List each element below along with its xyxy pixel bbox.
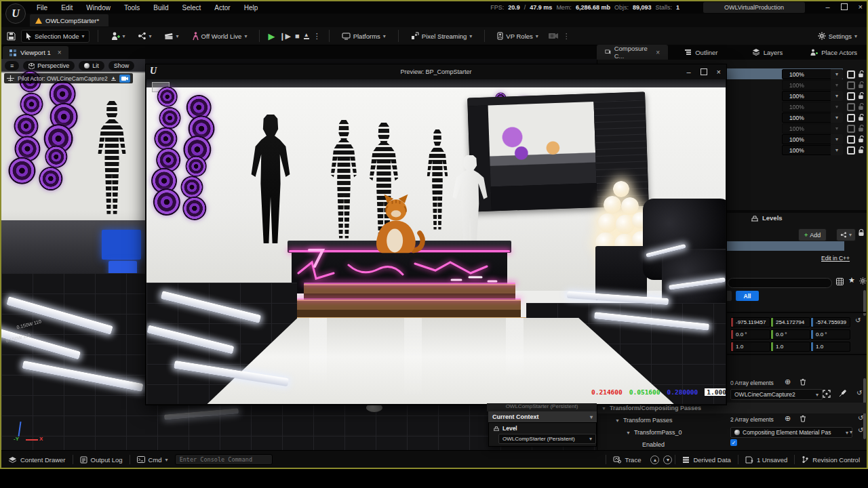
eject-button[interactable]: ▲	[304, 33, 309, 39]
settings-dropdown[interactable]: Settings▾	[814, 30, 861, 42]
viewport-tab[interactable]: Viewport 1 ×	[3, 46, 68, 59]
trace-button[interactable]: Trace	[606, 451, 648, 468]
unsaved-button[interactable]: 1 Unsaved	[738, 451, 794, 468]
session-tab[interactable]: OWLVirtualProduction	[703, 2, 805, 13]
transform-field[interactable]: 1.0	[810, 342, 850, 352]
layer-opacity-dropdown[interactable]: ▾	[831, 113, 843, 123]
transform-field[interactable]: 0.0 °	[770, 329, 810, 340]
close-icon[interactable]: ×	[859, 3, 863, 11]
transform-field[interactable]: 254.172794	[770, 317, 810, 327]
preview-window[interactable]: U Preview: BP_CompStarter – ×	[145, 64, 727, 405]
platforms-dropdown[interactable]: Platforms▾	[338, 30, 390, 42]
unlock-icon[interactable]	[858, 81, 865, 89]
menu-actor[interactable]: Actor	[208, 4, 237, 12]
layer-opacity-dropdown[interactable]: ▾	[831, 80, 843, 90]
restore-icon[interactable]	[841, 3, 848, 10]
search-input[interactable]	[728, 278, 832, 288]
close-tab-icon[interactable]: ×	[656, 49, 660, 56]
stop-button[interactable]: ■	[295, 32, 300, 40]
pilot-actor-bar[interactable]: Pilot Actor: OWLCineCamCapture2 ▲	[4, 73, 133, 83]
levels-blueprint-dropdown[interactable]: ▾	[836, 228, 856, 241]
layer-checkbox[interactable]	[847, 136, 855, 144]
revision-control-button[interactable]: Revision Control	[795, 451, 867, 468]
preview-title-bar[interactable]: U Preview: BP_CompStarter – ×	[146, 64, 726, 80]
layer-checkbox[interactable]	[847, 81, 855, 89]
menu-tools[interactable]: Tools	[117, 4, 146, 12]
off-world-live-dropdown[interactable]: Off World Live▾	[189, 30, 252, 43]
layer-checkbox[interactable]	[847, 103, 855, 111]
viewport-options-button[interactable]: ≡	[5, 61, 19, 70]
levels-add-button[interactable]: +Add	[798, 228, 827, 241]
cinematics-dropdown[interactable]: ▾	[160, 30, 183, 42]
layer-checkbox[interactable]	[847, 125, 855, 133]
content-drawer-button[interactable]: Content Drawer	[1, 451, 73, 468]
layer-opacity-dropdown[interactable]: ▾	[831, 145, 843, 155]
blueprints-dropdown[interactable]: ▾	[134, 30, 156, 42]
layer-opacity-dropdown[interactable]: ▾	[831, 123, 843, 134]
layer-opacity-dropdown[interactable]: ▾	[831, 134, 843, 144]
filter-all-button[interactable]: All	[736, 291, 759, 301]
layer-checkbox[interactable]	[847, 92, 855, 100]
layer-checkbox[interactable]	[847, 70, 855, 79]
add-actor-dropdown[interactable]: ▾	[106, 30, 130, 43]
edit-in-cpp-link[interactable]: Edit in C++	[821, 255, 850, 262]
layer-checkbox[interactable]	[847, 146, 855, 155]
unlock-icon[interactable]	[858, 136, 865, 143]
current-context-header[interactable]: Current Context▾	[488, 411, 597, 422]
play-options-icon[interactable]: ⋮	[313, 32, 321, 41]
transform-passes-row[interactable]: ▼Transform Passes	[597, 415, 867, 426]
unlock-icon[interactable]	[858, 125, 865, 132]
menu-window[interactable]: Window	[79, 4, 117, 12]
perspective-button[interactable]: Perspective	[23, 61, 75, 70]
eyedropper-icon[interactable]	[839, 390, 846, 397]
pixel-streaming-dropdown[interactable]: Pixel Streaming▾	[407, 30, 477, 42]
tab-outliner[interactable]: Outliner	[668, 45, 734, 60]
unlock-icon[interactable]	[858, 92, 865, 100]
frame-skip-button[interactable]: ❙▶	[279, 32, 291, 41]
stop-piloting-icon[interactable]: ▲	[111, 76, 116, 81]
levels-tab[interactable]: Levels	[751, 214, 783, 222]
layer-opacity-dropdown[interactable]: ▾	[831, 102, 843, 112]
play-button[interactable]: ▶	[268, 31, 275, 41]
transform-field[interactable]: -975.119457	[730, 317, 770, 327]
maximize-icon[interactable]	[701, 68, 707, 75]
tab-composure[interactable]: Composure C...×	[597, 45, 668, 60]
output-log-button[interactable]: Output Log	[73, 451, 130, 468]
layer-opacity-dropdown[interactable]: ▾	[831, 69, 843, 79]
minimize-icon[interactable]: –	[686, 68, 690, 76]
menu-help[interactable]: Help	[237, 4, 265, 12]
unreal-logo-icon[interactable]: U	[5, 3, 26, 24]
unlock-icon[interactable]	[858, 146, 865, 154]
reset-icon[interactable]: ↺	[856, 389, 862, 396]
selection-mode-dropdown[interactable]: Selection Mode▾	[21, 30, 90, 43]
menu-build[interactable]: Build	[146, 4, 175, 12]
transform-field[interactable]: 1.0	[730, 342, 770, 352]
menu-select[interactable]: Select	[176, 4, 208, 12]
close-tab-icon[interactable]: ×	[58, 49, 62, 56]
close-icon[interactable]: ×	[717, 68, 721, 76]
menu-edit[interactable]: Edit	[54, 4, 79, 12]
show-button[interactable]: Show	[108, 61, 135, 70]
derived-data-button[interactable]: Derived Data	[675, 451, 737, 468]
unlock-icon[interactable]	[858, 103, 865, 110]
save-icon[interactable]	[7, 32, 16, 41]
trash-icon[interactable]	[800, 378, 806, 386]
virtual-camera-icon[interactable]	[548, 32, 559, 40]
transform-pass0-row[interactable]: ▼TransformPass_0	[597, 427, 867, 438]
tab-place-actors[interactable]: Place Actors	[800, 45, 867, 60]
insights-icon[interactable]: ▲	[650, 455, 659, 464]
minimize-icon[interactable]: –	[825, 3, 829, 11]
vp-roles-dropdown[interactable]: VP Roles▾	[493, 30, 542, 42]
layer-opacity-dropdown[interactable]: ▾	[831, 91, 843, 101]
transform-field[interactable]: 0.0 °	[810, 329, 850, 340]
reset-icon[interactable]: ↺	[855, 317, 861, 324]
lit-button[interactable]: Lit	[79, 61, 104, 70]
menu-file[interactable]: File	[30, 4, 54, 12]
tab-layers[interactable]: Layers	[734, 45, 801, 60]
layer-checkbox[interactable]	[847, 114, 855, 122]
transform-field[interactable]: 0.0 °	[730, 329, 770, 340]
lock-icon[interactable]	[858, 229, 865, 237]
marquee-select-icon[interactable]	[823, 390, 831, 398]
cmd-dropdown[interactable]: Cmd▾	[130, 451, 175, 468]
level-dropdown[interactable]: OWLCompStarter (Persistent)▾	[498, 434, 596, 444]
